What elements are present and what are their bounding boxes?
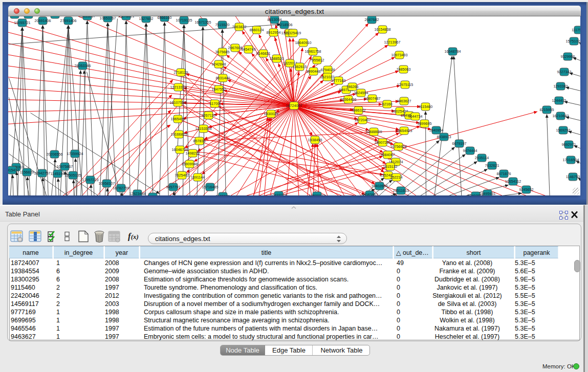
svg-text:9245652: 9245652: [519, 187, 534, 192]
svg-text:1640954: 1640954: [429, 128, 444, 133]
svg-text:16107552: 16107552: [170, 100, 186, 105]
svg-text:9474444: 9474444: [463, 148, 477, 153]
svg-text:10807487: 10807487: [364, 96, 381, 101]
svg-text:9115460: 9115460: [419, 104, 432, 109]
svg-text:7986322: 7986322: [352, 108, 366, 113]
svg-text:20691406: 20691406: [35, 18, 51, 23]
svg-text:3675685: 3675685: [215, 50, 230, 54]
svg-text:1156829: 1156829: [20, 170, 34, 174]
svg-text:20364436: 20364436: [340, 97, 357, 102]
svg-text:9692971: 9692971: [562, 142, 576, 147]
svg-text:9084067: 9084067: [381, 152, 395, 157]
svg-text:19055721: 19055721: [14, 20, 31, 25]
svg-text:7485063: 7485063: [397, 67, 411, 72]
svg-text:10653267: 10653267: [100, 16, 116, 20]
svg-text:1691144: 1691144: [191, 175, 205, 180]
svg-text:2935114: 2935114: [475, 156, 489, 160]
svg-text:9899695: 9899695: [418, 121, 432, 126]
svg-text:12213319: 12213319: [170, 85, 187, 90]
svg-text:1938455: 1938455: [308, 138, 322, 142]
svg-text:10973493: 10973493: [391, 53, 408, 57]
svg-text:15716485: 15716485: [202, 185, 219, 189]
svg-text:1847552: 1847552: [212, 87, 226, 92]
svg-text:12975115: 12975115: [397, 82, 413, 87]
svg-text:28053346: 28053346: [75, 63, 91, 68]
svg-text:1145194: 1145194: [51, 171, 64, 176]
svg-text:8471676: 8471676: [497, 171, 511, 176]
svg-text:9777169: 9777169: [332, 78, 346, 83]
svg-text:12923448: 12923448: [129, 191, 146, 196]
svg-text:8990448: 8990448: [307, 69, 321, 74]
svg-text:10975867: 10975867: [57, 164, 73, 169]
svg-text:19600133: 19600133: [309, 193, 325, 196]
svg-text:89083863: 89083863: [362, 192, 378, 196]
svg-text:6466160: 6466160: [158, 16, 172, 20]
svg-text:16853267: 16853267: [79, 16, 96, 18]
svg-text:15751074: 15751074: [566, 39, 580, 43]
svg-text:1405572: 1405572: [8, 16, 21, 17]
svg-text:2967608: 2967608: [228, 46, 243, 50]
svg-text:1117530: 1117530: [572, 28, 580, 32]
svg-text:1362615: 1362615: [293, 64, 307, 69]
svg-text:62160: 62160: [382, 102, 393, 106]
svg-text:8660124: 8660124: [250, 28, 264, 32]
svg-text:1293383: 1293383: [554, 84, 568, 89]
svg-text:17957223: 17957223: [82, 178, 99, 182]
svg-text:12213967: 12213967: [384, 40, 401, 45]
svg-text:17359924: 17359924: [67, 151, 83, 156]
svg-text:10642215: 10642215: [145, 194, 161, 196]
svg-text:7515520: 7515520: [215, 23, 230, 27]
svg-text:9135571: 9135571: [216, 194, 230, 196]
svg-text:27691406: 27691406: [60, 18, 77, 23]
svg-text:746266: 746266: [346, 84, 359, 89]
svg-text:252214: 252214: [390, 175, 403, 180]
svg-text:16671355: 16671355: [195, 20, 211, 25]
svg-text:18724007: 18724007: [286, 103, 302, 108]
svg-text:6794028: 6794028: [321, 68, 335, 72]
svg-text:1965495: 1965495: [171, 117, 185, 121]
svg-text:1146753: 1146753: [566, 174, 580, 179]
svg-text:1527602: 1527602: [139, 16, 154, 21]
svg-text:23511615: 23511615: [393, 188, 409, 193]
svg-text:8938913: 8938913: [437, 135, 451, 139]
svg-text:1068532: 1068532: [48, 16, 62, 17]
svg-text:16210643: 16210643: [553, 114, 569, 118]
svg-text:1498222: 1498222: [186, 151, 200, 156]
svg-text:2087682: 2087682: [365, 17, 379, 22]
svg-text:19218506: 19218506: [276, 23, 293, 27]
svg-text:10958107: 10958107: [99, 181, 115, 186]
svg-text:9227343: 9227343: [557, 70, 572, 74]
svg-text:2718129: 2718129: [174, 70, 188, 75]
svg-text:17016504: 17016504: [563, 158, 579, 162]
svg-text:16961758: 16961758: [305, 49, 321, 54]
svg-text:15909948: 15909948: [182, 162, 198, 166]
svg-text:6679197: 6679197: [452, 141, 467, 146]
svg-text:79402654: 79402654: [372, 184, 388, 188]
svg-text:9463627: 9463627: [397, 99, 411, 103]
svg-text:16648784: 16648784: [445, 49, 461, 54]
svg-text:7632621: 7632621: [485, 163, 499, 168]
svg-text:19166825: 19166825: [171, 132, 187, 137]
svg-text:10433218: 10433218: [271, 193, 287, 196]
svg-text:7625402: 7625402: [175, 173, 189, 178]
svg-text:10756928: 10756928: [390, 144, 407, 149]
svg-text:12942757: 12942757: [34, 171, 51, 176]
svg-text:11700: 11700: [210, 101, 220, 106]
svg-text:3267110: 3267110: [202, 113, 215, 118]
svg-text:10654112: 10654112: [505, 179, 521, 184]
svg-text:1830029: 1830029: [264, 112, 278, 116]
svg-text:9146821: 9146821: [256, 51, 271, 56]
svg-text:18907209: 18907209: [375, 140, 391, 145]
svg-text:18640910: 18640910: [295, 40, 312, 45]
svg-text:7663822: 7663822: [232, 25, 247, 29]
svg-text:2069140: 2069140: [21, 16, 36, 17]
svg-text:19654923: 19654923: [396, 128, 412, 133]
svg-text:11325419: 11325419: [285, 31, 301, 35]
svg-text:857833: 857833: [193, 139, 206, 143]
svg-text:3624554: 3624554: [354, 91, 368, 95]
svg-text:16154838: 16154838: [375, 27, 391, 32]
svg-text:14153594: 14153594: [195, 126, 212, 131]
svg-text:9457791: 9457791: [166, 185, 181, 189]
svg-text:8215955: 8215955: [540, 107, 554, 112]
svg-text:7955812: 7955812: [310, 58, 324, 62]
